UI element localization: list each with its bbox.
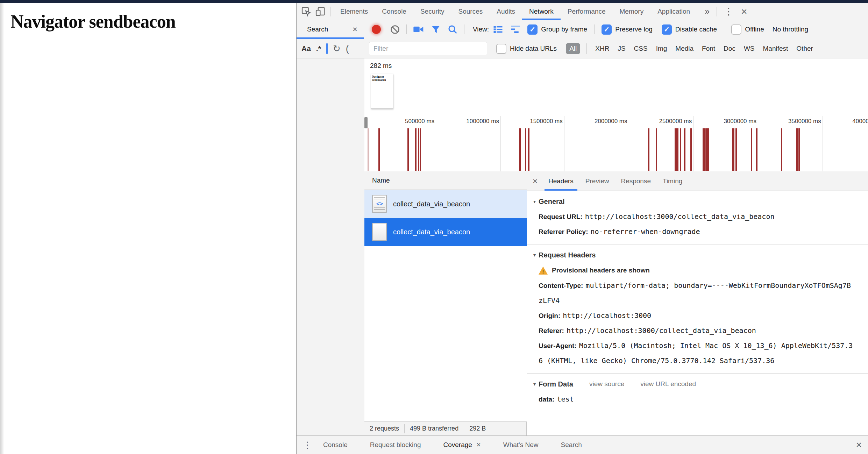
overview-tick: 1000000 ms [500,116,501,171]
hide-data-urls-label[interactable]: Hide data URLs [510,45,557,52]
show-overview-icon[interactable] [510,24,521,35]
tab-application[interactable]: Application [650,3,697,20]
filter-chip-css[interactable]: CSS [634,45,648,52]
filter-chip-xhr[interactable]: XHR [595,45,609,52]
filter-chip-manifest[interactable]: Manifest [763,45,788,52]
form-data-section-header[interactable]: ▾ Form Data view source view URL encoded [533,376,853,392]
more-tabs-icon[interactable]: » [705,6,710,16]
search-input-edge[interactable]: ( [346,43,349,54]
overview-bar [798,128,800,171]
request-row-selected[interactable]: collect_data_via_beacon [364,218,527,246]
filter-chip-js[interactable]: JS [618,45,625,52]
clear-icon[interactable] [390,24,400,35]
overview-bar [656,128,657,171]
filter-chip-other[interactable]: Other [796,45,813,52]
capture-screenshots-icon[interactable] [413,24,424,34]
overview-bar [756,128,757,171]
drawer-tab-coverage[interactable]: Coverage × [443,440,481,449]
checkbox-offline[interactable]: ✓ [731,24,741,35]
field-value: no-referrer-when-downgrade [591,227,700,236]
drawer-tab-search[interactable]: Search [561,441,582,449]
small-request-rows-icon[interactable] [492,24,504,35]
divider [717,7,717,16]
search-pane-body [297,58,364,435]
group-by-frame-label[interactable]: Group by frame [541,26,587,33]
overview-bar [648,128,649,171]
drawer-tab-request-blocking[interactable]: Request blocking [370,441,421,449]
tab-memory[interactable]: Memory [613,3,651,20]
overview-bar [707,128,709,171]
request-headers-section-header[interactable]: ▾ Request Headers [533,247,853,263]
preserve-log-label[interactable]: Preserve log [615,26,653,33]
record-button[interactable] [372,25,381,34]
filter-chip-doc[interactable]: Doc [724,45,735,52]
field-label: User-Agent: [539,342,577,349]
network-toolbar: View: [364,20,868,39]
search-pane-close-icon[interactable]: × [353,24,357,34]
tab-timing[interactable]: Timing [657,171,688,191]
overview-tick: 2000000 ms [629,116,629,171]
tab-response[interactable]: Response [615,171,657,191]
filter-funnel-icon[interactable] [431,24,441,35]
filter-input[interactable] [369,42,487,55]
network-overview-canvas[interactable]: 500000 ms1000000 ms1500000 ms2000000 ms2… [367,116,868,171]
drawer-tab-console[interactable]: Console [323,441,348,449]
filter-chip-all[interactable]: All [566,43,580,54]
tab-security[interactable]: Security [413,3,451,20]
regex-toggle[interactable]: .* [316,44,321,53]
tab-network[interactable]: Network [522,3,561,20]
name-column-header[interactable]: Name [364,171,527,190]
checkbox-preserve-log[interactable]: ✓ [602,24,612,35]
divider [586,43,587,54]
provisional-headers-warning: ! Provisional headers are shown [533,263,853,278]
devtools-close-icon[interactable]: × [741,6,747,17]
filter-chip-media[interactable]: Media [675,45,693,52]
overview-scroll-handle[interactable] [364,117,368,128]
overview-bar [407,128,409,171]
tab-console[interactable]: Console [375,3,413,20]
overview-bar [796,128,798,171]
close-details-icon[interactable]: × [533,176,538,186]
close-coverage-icon[interactable]: × [476,440,481,449]
chevron-down-icon: ▾ [533,199,536,204]
view-url-encoded-link[interactable]: view URL encoded [640,380,696,388]
device-toolbar-icon[interactable] [313,5,327,19]
tab-elements[interactable]: Elements [333,3,375,20]
overview-bar [675,128,677,171]
drawer-close-icon[interactable]: × [856,439,862,451]
general-section-header[interactable]: ▾ General [533,194,853,209]
match-case-toggle[interactable]: Aa [301,44,311,53]
tab-audits[interactable]: Audits [490,3,522,20]
checkbox-group-by-frame[interactable]: ✓ [527,24,538,35]
throttling-select[interactable]: No throttling [773,26,808,33]
inspect-element-icon[interactable] [299,5,313,19]
tab-headers[interactable]: Headers [542,171,579,191]
checkbox-disable-cache[interactable]: ✓ [662,24,672,35]
checkbox-hide-data-urls[interactable]: ✓ [496,44,506,54]
filter-chip-img[interactable]: Img [656,45,667,52]
overview-bar [677,128,678,171]
tab-performance[interactable]: Performance [561,3,613,20]
request-name: collect_data_via_beacon [393,200,470,208]
search-icon[interactable] [447,24,458,35]
network-overview[interactable]: 500000 ms1000000 ms1500000 ms2000000 ms2… [364,116,868,172]
tab-preview[interactable]: Preview [579,171,615,191]
page-title: Navigator sendbeacon [0,3,296,32]
header-field: User-Agent:Mozilla/5.0 (Macintosh; Intel… [533,338,853,368]
devtools-menu-icon[interactable]: ⋮ [724,6,733,17]
view-source-link[interactable]: view source [589,380,624,388]
field-value: http://localhost:3000/collect_data_via_b… [567,326,756,335]
drawer-tab-whats-new[interactable]: What's New [503,441,539,449]
request-row[interactable]: <> collect_data_via_beacon [364,190,527,218]
filter-chip-ws[interactable]: WS [744,45,755,52]
filter-chip-font[interactable]: Font [702,45,715,52]
offline-label[interactable]: Offline [745,26,764,33]
filmstrip-thumbnail[interactable]: Navigator sendbeacon [371,74,393,109]
refresh-icon[interactable]: ↻ [333,43,341,54]
drawer-menu-icon[interactable]: ⋮ [303,440,311,451]
disable-cache-label[interactable]: Disable cache [675,26,717,33]
search-pane-tabstrip: Search × [297,20,364,39]
tab-search-pane[interactable]: Search [307,26,328,33]
toolbar-row: Search × [297,20,868,39]
tab-sources[interactable]: Sources [451,3,490,20]
